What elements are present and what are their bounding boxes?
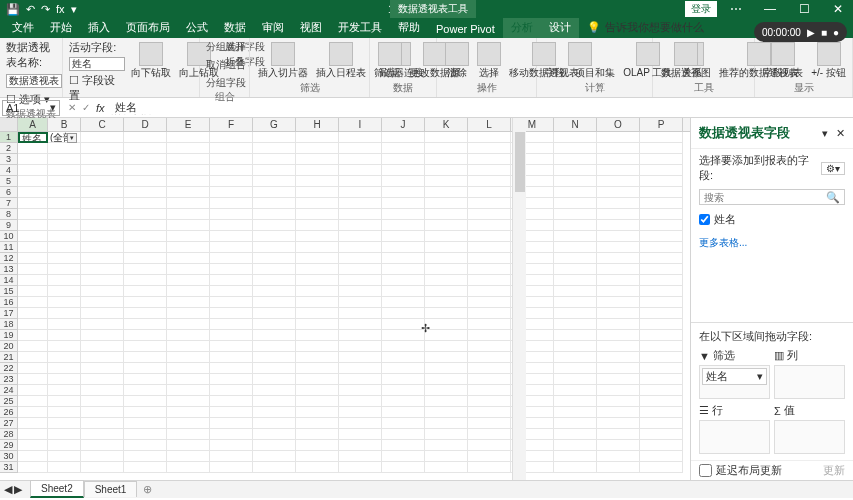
cell[interactable] [81,374,124,385]
cell[interactable] [18,363,48,374]
cell[interactable] [210,352,253,363]
cell[interactable] [253,297,296,308]
cell[interactable] [382,407,425,418]
cell[interactable] [425,209,468,220]
cell[interactable] [18,242,48,253]
cell[interactable] [339,319,382,330]
drill-down-button[interactable]: 向下钻取 [129,40,173,80]
cell[interactable] [597,154,640,165]
cell[interactable] [468,154,511,165]
cell[interactable] [167,396,210,407]
cell[interactable] [81,462,124,473]
cell[interactable] [81,165,124,176]
vertical-scrollbar[interactable] [512,118,526,480]
tab-data[interactable]: 数据 [216,17,254,38]
cell[interactable] [18,407,48,418]
cell[interactable] [124,440,167,451]
cell[interactable] [48,231,81,242]
cell[interactable] [296,462,339,473]
cell[interactable] [597,209,640,220]
cell[interactable] [339,286,382,297]
field-search[interactable]: 🔍 [699,189,845,205]
cell[interactable] [339,363,382,374]
cell[interactable] [597,132,640,143]
cell[interactable] [382,176,425,187]
col-O[interactable]: O [597,118,640,131]
cell[interactable] [382,242,425,253]
cell[interactable] [640,319,683,330]
cell[interactable] [81,341,124,352]
cell[interactable] [554,440,597,451]
cell[interactable] [554,385,597,396]
cell[interactable] [167,297,210,308]
row-25[interactable]: 25 [0,396,18,407]
cell[interactable] [81,429,124,440]
cell[interactable] [339,407,382,418]
cell[interactable] [210,264,253,275]
cell[interactable] [18,220,48,231]
redo-icon[interactable]: ↷ [41,3,50,16]
row-11[interactable]: 11 [0,242,18,253]
cell[interactable] [554,286,597,297]
cell[interactable] [382,341,425,352]
cell[interactable] [339,132,382,143]
drop-columns[interactable]: ▥列 [774,348,845,399]
cell[interactable] [296,242,339,253]
cell[interactable] [210,187,253,198]
cell[interactable] [468,286,511,297]
cell[interactable] [48,330,81,341]
cell[interactable] [425,407,468,418]
cell[interactable] [554,253,597,264]
cell[interactable] [210,440,253,451]
cell[interactable] [468,264,511,275]
cell[interactable] [640,242,683,253]
cell[interactable] [640,440,683,451]
col-D[interactable]: D [124,118,167,131]
cell[interactable] [48,275,81,286]
cell[interactable] [554,176,597,187]
calc-fields-button[interactable]: 字段、项目和集 [543,40,617,80]
cell[interactable] [468,385,511,396]
cell[interactable] [81,253,124,264]
cell[interactable] [640,385,683,396]
cell[interactable] [468,341,511,352]
cell[interactable] [425,198,468,209]
cell[interactable] [48,308,81,319]
cell[interactable] [339,143,382,154]
cell[interactable] [640,209,683,220]
field-checkbox-name[interactable] [699,214,710,225]
row-16[interactable]: 16 [0,297,18,308]
cell[interactable] [48,418,81,429]
cell[interactable] [48,209,81,220]
stop-icon[interactable]: ■ [821,27,827,38]
cell[interactable] [296,429,339,440]
cell[interactable] [81,407,124,418]
cell[interactable] [554,363,597,374]
col-F[interactable]: F [210,118,253,131]
cell[interactable] [48,451,81,462]
cell[interactable] [339,154,382,165]
cell[interactable] [167,440,210,451]
cell[interactable] [554,143,597,154]
row-10[interactable]: 10 [0,231,18,242]
cell[interactable] [597,297,640,308]
cell[interactable] [167,198,210,209]
cell[interactable] [554,330,597,341]
cell[interactable] [124,429,167,440]
cell[interactable] [18,297,48,308]
cell[interactable] [253,286,296,297]
cell[interactable] [167,385,210,396]
cell[interactable] [81,440,124,451]
col-L[interactable]: L [468,118,511,131]
cell[interactable] [296,198,339,209]
cell[interactable] [296,253,339,264]
cell[interactable] [339,253,382,264]
cell[interactable] [81,275,124,286]
tab-powerpivot[interactable]: Power Pivot [428,20,503,38]
cell[interactable] [124,253,167,264]
cell[interactable] [597,286,640,297]
cell[interactable] [597,143,640,154]
cell[interactable] [597,385,640,396]
cell[interactable] [18,187,48,198]
close-icon[interactable]: ✕ [823,2,853,16]
